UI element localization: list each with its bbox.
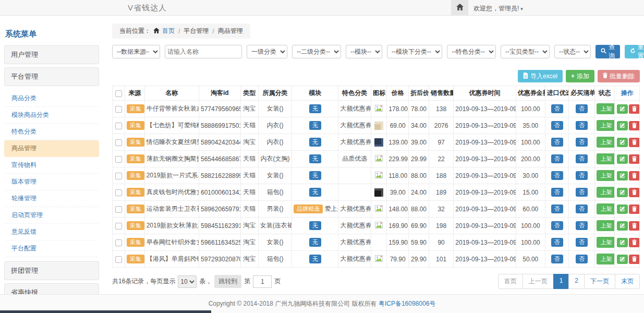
must-buy-badge[interactable]: 否 (576, 255, 588, 264)
status-button[interactable]: 上架 (597, 120, 615, 131)
status-button[interactable]: 上架 (597, 137, 615, 148)
edit-button[interactable] (617, 104, 628, 114)
import-choice-badge[interactable]: 否 (551, 104, 563, 114)
edit-button[interactable] (617, 238, 628, 247)
must-buy-badge[interactable]: 否 (576, 221, 588, 231)
edit-button[interactable] (617, 255, 628, 264)
row-checkbox[interactable] (115, 189, 122, 196)
status-button[interactable]: 上架 (597, 203, 615, 214)
edit-button[interactable] (617, 154, 628, 164)
breadcrumb-home-link[interactable]: 首页 (162, 27, 175, 35)
home-button[interactable] (451, 0, 468, 15)
page-button[interactable]: 末页 (615, 274, 640, 289)
must-buy-badge[interactable]: 否 (576, 188, 588, 197)
edit-button[interactable] (617, 204, 628, 214)
jump-button[interactable]: 跳转到 (214, 275, 241, 288)
edit-button[interactable] (617, 138, 628, 147)
reset-button[interactable]: 重置 (625, 45, 644, 58)
row-checkbox[interactable] (115, 173, 122, 179)
row-checkbox[interactable] (115, 223, 122, 230)
row-checkbox[interactable] (115, 106, 122, 113)
page-button[interactable]: 下一页 (584, 274, 615, 289)
edit-button[interactable] (617, 188, 628, 197)
sidebar-group-item[interactable]: 平台管理 (4, 67, 99, 86)
sidebar-group-item[interactable]: 拼团管理 (4, 261, 99, 280)
page-button[interactable]: 1 (553, 274, 569, 289)
import-choice-badge[interactable]: 否 (551, 171, 563, 180)
sidebar-group-item[interactable]: 用户管理 (4, 45, 99, 64)
filter-select[interactable]: --二级分类-- (292, 45, 341, 58)
edit-button[interactable] (617, 121, 628, 130)
delete-button[interactable] (629, 188, 639, 197)
row-checkbox[interactable] (115, 206, 122, 213)
delete-button[interactable] (629, 221, 639, 231)
filter-select[interactable]: --模块下分类-- (387, 45, 442, 58)
row-checkbox[interactable] (115, 256, 122, 263)
must-buy-badge[interactable]: 否 (576, 238, 588, 247)
sidebar-subitem[interactable]: 版本管理 (4, 174, 99, 190)
query-button[interactable]: 查询 (596, 45, 620, 58)
import-choice-badge[interactable]: 否 (551, 238, 563, 247)
filter-select[interactable]: 一级分类 (247, 45, 287, 58)
must-buy-badge[interactable]: 否 (576, 138, 588, 147)
jump-page-input[interactable] (253, 275, 272, 288)
row-checkbox[interactable] (115, 139, 122, 146)
filter-select[interactable]: --状态-- (554, 45, 591, 58)
import-choice-badge[interactable]: 否 (551, 121, 563, 130)
delete-button[interactable] (629, 104, 639, 114)
add-button[interactable]: + 添加 (566, 70, 594, 82)
delete-button[interactable] (629, 238, 639, 247)
status-button[interactable]: 上架 (597, 254, 615, 264)
sidebar-subitem[interactable]: 特色分类 (4, 124, 99, 140)
status-button[interactable]: 上架 (597, 237, 615, 248)
delete-button[interactable] (629, 121, 639, 130)
delete-button[interactable] (629, 154, 639, 164)
delete-button[interactable] (629, 171, 639, 180)
filter-select[interactable]: --特色分类-- (447, 45, 496, 58)
user-menu[interactable]: 欢迎您，管理员!▾ (473, 4, 523, 13)
filter-select[interactable]: --模块-- (346, 45, 382, 58)
edit-button[interactable] (617, 171, 628, 180)
import-choice-badge[interactable]: 否 (551, 188, 563, 197)
page-button[interactable]: 首页 (498, 274, 523, 289)
import-choice-badge[interactable]: 否 (551, 138, 563, 147)
data-source-select[interactable]: --数据来源-- (112, 45, 160, 58)
name-search-input[interactable] (165, 45, 242, 58)
delete-button[interactable] (629, 204, 639, 214)
import-choice-badge[interactable]: 否 (551, 255, 563, 264)
sidebar-subitem[interactable]: 意见反馈 (4, 224, 99, 240)
must-buy-badge[interactable]: 否 (576, 204, 588, 214)
import-choice-badge[interactable]: 否 (551, 154, 563, 164)
sidebar-subitem[interactable]: 轮播管理 (4, 190, 99, 207)
batch-delete-button[interactable]: 批量删除 (598, 70, 640, 82)
status-button[interactable]: 上架 (597, 103, 615, 114)
sidebar-subitem[interactable]: 模块商品分类 (4, 107, 99, 124)
row-checkbox[interactable] (115, 156, 122, 163)
edit-button[interactable] (617, 221, 628, 231)
page-button[interactable]: 2 (568, 274, 585, 289)
must-buy-badge[interactable]: 否 (576, 154, 588, 164)
import-choice-badge[interactable]: 否 (551, 204, 563, 214)
filter-select[interactable]: --宝贝类型-- (501, 45, 550, 58)
status-button[interactable]: 上架 (597, 170, 615, 181)
import-choice-badge[interactable]: 否 (551, 221, 563, 231)
page-size-select[interactable]: 10 (178, 275, 197, 288)
sidebar-subitem[interactable]: 商品分类 (4, 90, 99, 107)
must-buy-badge[interactable]: 否 (576, 121, 588, 130)
must-buy-badge[interactable]: 否 (576, 171, 588, 180)
row-checkbox[interactable] (115, 239, 122, 246)
select-all-checkbox[interactable] (115, 90, 122, 97)
import-excel-button[interactable]: 导入excel (518, 70, 563, 82)
delete-button[interactable] (629, 255, 639, 264)
sidebar-subitem[interactable]: 平台配置 (4, 240, 99, 257)
row-checkbox[interactable] (115, 123, 122, 129)
status-button[interactable]: 上架 (597, 220, 615, 231)
status-button[interactable]: 上架 (597, 153, 615, 164)
page-button[interactable]: 上一页 (523, 274, 554, 289)
sidebar-subitem[interactable]: 宣传物料 (4, 157, 99, 174)
horizontal-scrollbar-thumb[interactable] (0, 310, 211, 313)
delete-button[interactable] (629, 138, 639, 147)
icp-link[interactable]: 粤ICP备16098006号 (379, 299, 435, 308)
must-buy-badge[interactable]: 否 (576, 104, 588, 114)
sidebar-subitem[interactable]: 启动页管理 (4, 207, 99, 224)
